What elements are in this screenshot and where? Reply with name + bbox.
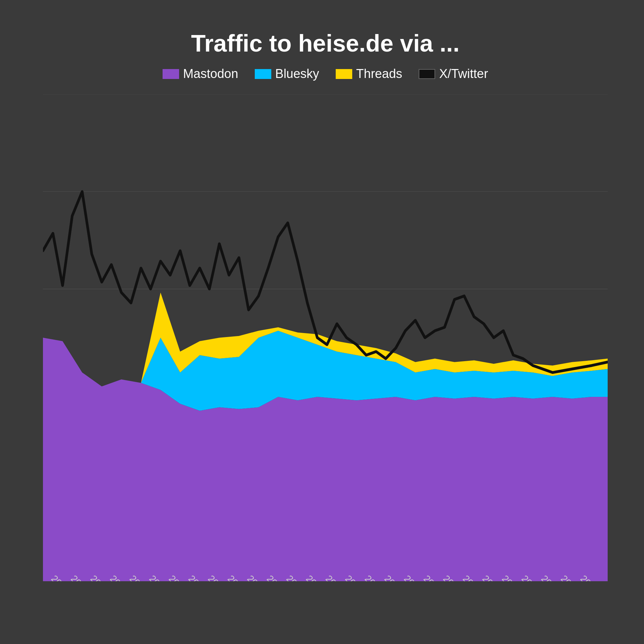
chart-title: Traffic to heise.de via ... bbox=[43, 30, 608, 57]
legend-bluesky: Bluesky bbox=[255, 67, 319, 81]
legend-threads: Threads bbox=[336, 67, 402, 81]
bluesky-color-box bbox=[255, 69, 271, 79]
threads-color-box bbox=[336, 69, 352, 79]
chart-container: Traffic to heise.de via ... Mastodon Blu… bbox=[17, 17, 627, 627]
main-chart-svg: 2023/37 2023/39 2023/41 2023/43 2023/45 … bbox=[43, 94, 608, 581]
threads-label: Threads bbox=[356, 67, 402, 81]
twitter-color-box bbox=[419, 69, 435, 79]
mastodon-label: Mastodon bbox=[183, 67, 238, 81]
chart-area: 2023/37 2023/39 2023/41 2023/43 2023/45 … bbox=[43, 94, 608, 581]
legend-twitter: X/Twitter bbox=[419, 67, 488, 81]
mastodon-color-box bbox=[163, 69, 179, 79]
legend: Mastodon Bluesky Threads X/Twitter bbox=[43, 67, 608, 81]
bluesky-label: Bluesky bbox=[275, 67, 319, 81]
twitter-label: X/Twitter bbox=[439, 67, 488, 81]
legend-mastodon: Mastodon bbox=[163, 67, 238, 81]
